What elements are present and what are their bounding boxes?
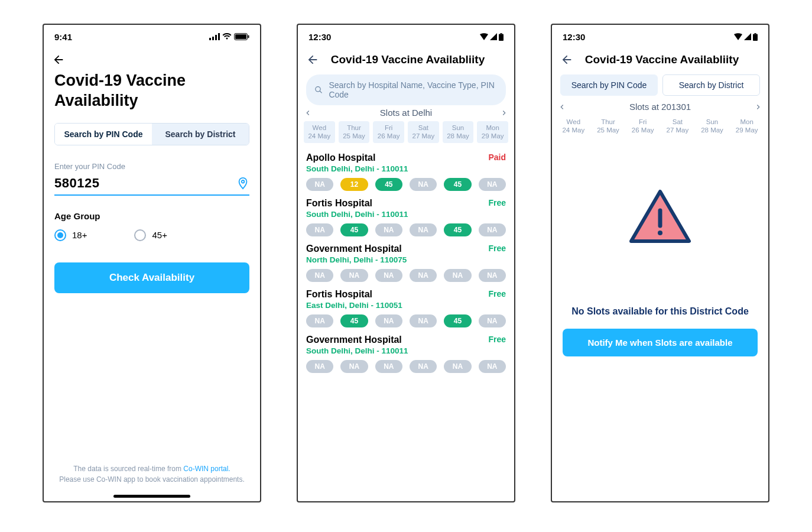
hospital-card: Fortis HospitalFreeEast Delhi, Delhi - 1… [298, 283, 514, 329]
status-time: 9:41 [54, 32, 72, 42]
slot-pill[interactable]: NA [306, 178, 333, 191]
day-chip[interactable]: Thur25 May [593, 115, 624, 137]
day-chip[interactable]: Wed24 May [558, 115, 589, 137]
slot-pill[interactable]: 45 [444, 314, 471, 327]
home-indicator [113, 495, 190, 498]
hospital-address: South Delhi, Delhi - 110011 [306, 346, 506, 355]
slot-pill[interactable]: NA [375, 269, 402, 282]
slot-pill[interactable]: NA [479, 360, 506, 373]
back-arrow-icon[interactable] [306, 53, 319, 66]
slot-pill[interactable]: NA [410, 360, 437, 373]
hospital-name: Fortis Hospital [306, 289, 372, 300]
slot-pill[interactable]: NA [410, 178, 437, 191]
slot-pill[interactable]: NA [410, 223, 437, 236]
hospital-address: South Delhi, Delhi - 110011 [306, 164, 506, 173]
slot-pill[interactable]: NA [340, 360, 368, 373]
days-row: Wed24 MayThur25 MayFri26 MaySat27 MaySun… [552, 113, 768, 141]
hospitals-list: Apollo HospitalPaidSouth Delhi, Delhi - … [298, 147, 514, 374]
pin-input[interactable] [54, 176, 236, 191]
tab-district[interactable]: Search by District [662, 74, 760, 96]
slot-pill[interactable]: NA [306, 223, 333, 236]
app-bar [44, 48, 260, 71]
svg-rect-8 [499, 34, 504, 41]
back-arrow-icon[interactable] [560, 53, 573, 66]
day-chip[interactable]: Sun28 May [697, 115, 728, 137]
search-input[interactable]: Search by Hospital Name, Vaccine Type, P… [306, 74, 506, 105]
slot-pill[interactable]: NA [410, 269, 437, 282]
day-chip[interactable]: Mon29 May [477, 121, 508, 143]
svg-rect-2 [215, 35, 217, 40]
price-tag: Free [488, 335, 506, 344]
slot-pill[interactable]: NA [479, 269, 506, 282]
slot-pill[interactable]: 45 [375, 178, 402, 191]
slot-pill[interactable]: NA [306, 269, 333, 282]
price-tag: Free [488, 289, 506, 299]
tab-pin-code[interactable]: Search by PIN Code [55, 124, 152, 145]
chevron-left-icon[interactable] [304, 109, 312, 117]
back-arrow-icon[interactable] [52, 53, 65, 66]
slot-pill[interactable]: NA [444, 360, 471, 373]
day-chip[interactable]: Sat27 May [408, 121, 439, 143]
slot-pill[interactable]: 45 [340, 314, 368, 327]
slot-pill[interactable]: 45 [444, 223, 471, 236]
hospital-card: Government HospitalFreeSouth Delhi, Delh… [298, 329, 514, 374]
slot-pill[interactable]: NA [306, 360, 333, 373]
search-placeholder: Search by Hospital Name, Vaccine Type, P… [329, 80, 498, 99]
day-chip[interactable]: Sun28 May [443, 121, 474, 143]
svg-rect-0 [209, 38, 211, 40]
slot-pill[interactable]: NA [375, 223, 402, 236]
slot-pill[interactable]: NA [479, 314, 506, 327]
svg-line-10 [320, 91, 322, 93]
slot-pill[interactable]: NA [410, 314, 437, 327]
slot-pill[interactable]: NA [444, 269, 471, 282]
pin-input-row [54, 173, 249, 196]
hospital-address: East Delhi, Delhi - 110051 [306, 301, 506, 310]
hospital-address: South Delhi, Delhi - 110011 [306, 210, 506, 219]
day-chip[interactable]: Mon29 May [731, 115, 762, 137]
slot-pill[interactable]: NA [479, 178, 506, 191]
svg-rect-12 [753, 34, 758, 41]
slot-pill[interactable]: NA [479, 223, 506, 236]
day-chip[interactable]: Sat27 May [662, 115, 693, 137]
status-icons [480, 33, 504, 41]
location-pin-icon[interactable] [236, 177, 249, 190]
slots-header: Slots at Delhi [298, 105, 514, 119]
wifi-icon [734, 33, 742, 40]
radio-label: 45+ [152, 230, 167, 240]
app-bar: Covid-19 Vaccine Availabliity [552, 48, 768, 71]
slots-location: Slots at 201301 [566, 102, 754, 112]
chevron-left-icon[interactable] [558, 103, 566, 111]
tab-pin-code[interactable]: Search by PIN Code [560, 74, 658, 96]
radio-18plus[interactable]: 18+ [54, 229, 87, 241]
hospital-address: North Delhi, Delhi - 110075 [306, 255, 506, 264]
chevron-right-icon[interactable] [754, 103, 762, 111]
svg-rect-7 [501, 33, 502, 34]
slot-pill[interactable]: NA [375, 360, 402, 373]
check-availability-button[interactable]: Check Availability [54, 262, 249, 293]
phone-screen-empty: 12:30 Covid-19 Vaccine Availabliity Sear… [551, 24, 769, 502]
slot-row: NANANANANANA [306, 269, 506, 282]
notify-button[interactable]: Notify Me when Slots are available [563, 329, 758, 356]
no-slots-message: No Slots available for this District Cod… [552, 306, 768, 317]
slot-pill[interactable]: 12 [340, 178, 368, 191]
day-chip[interactable]: Fri26 May [627, 115, 658, 137]
cowin-link[interactable]: Co-WIN portal. [183, 465, 230, 473]
day-chip[interactable]: Fri26 May [373, 121, 404, 143]
day-chip[interactable]: Thur25 May [339, 121, 370, 143]
svg-rect-11 [755, 33, 756, 34]
slot-pill[interactable]: NA [340, 269, 368, 282]
day-chip[interactable]: Wed24 May [304, 121, 335, 143]
slot-pill[interactable]: NA [375, 314, 402, 327]
chevron-right-icon[interactable] [500, 109, 508, 117]
radio-45plus[interactable]: 45+ [134, 229, 167, 241]
tab-district[interactable]: Search by District [152, 124, 249, 145]
svg-point-14 [658, 231, 662, 235]
slot-pill[interactable]: 45 [340, 223, 368, 236]
hospital-name: Fortis Hospital [306, 198, 372, 209]
svg-point-9 [316, 87, 320, 92]
status-time: 12:30 [563, 32, 585, 42]
days-row: Wed24 MayThur25 MayFri26 MaySat27 MaySun… [298, 119, 514, 147]
slot-pill[interactable]: NA [306, 314, 333, 327]
slot-pill[interactable]: 45 [444, 178, 471, 191]
slot-row: NA45NANA45NA [306, 314, 506, 327]
